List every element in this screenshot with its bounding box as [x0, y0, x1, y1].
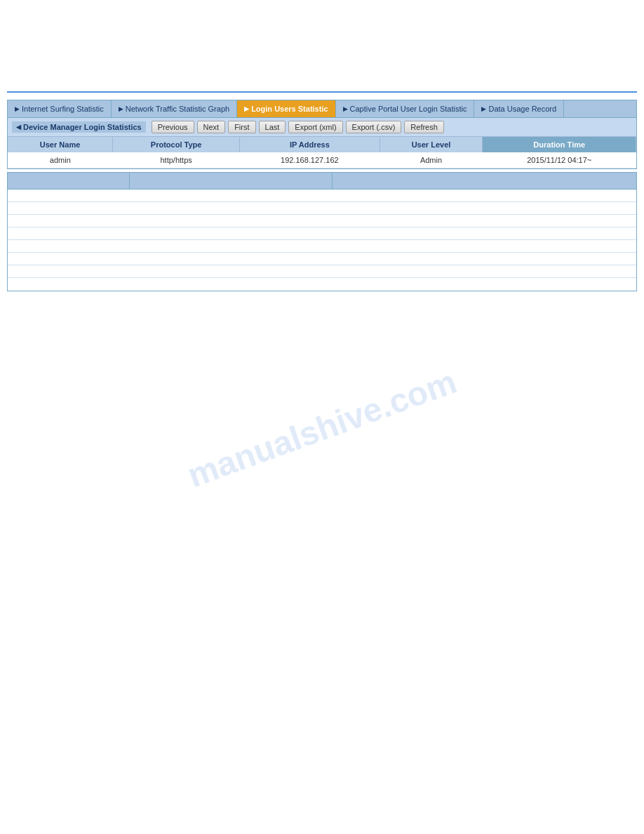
tab-bar: Internet Surfing Statistic Network Traff… [7, 100, 637, 118]
col-ip-address: IP Address [240, 137, 380, 152]
tab-login-users[interactable]: Login Users Statistic [237, 100, 335, 117]
tab-data-usage-label: Data Usage Record [488, 105, 556, 113]
watermark: manualshive.com [182, 362, 461, 495]
tab-network-traffic-label: Network Traffic Statistic Graph [126, 105, 229, 113]
lower-header-col-1 [8, 173, 130, 189]
login-statistics-table: User Name Protocol Type IP Address User … [8, 137, 636, 168]
inner-panel: Device Manager Login Statistics Previous… [7, 118, 637, 169]
cell-user-name: admin [8, 152, 113, 168]
tab-captive-portal-label: Captive Portal User Login Statistic [350, 105, 467, 113]
lower-row-7 [8, 265, 636, 278]
top-border [7, 91, 637, 93]
previous-button[interactable]: Previous [152, 121, 194, 133]
sub-header-title: Device Manager Login Statistics [12, 121, 146, 133]
tab-network-traffic[interactable]: Network Traffic Statistic Graph [112, 100, 237, 117]
tab-internet-surfing-label: Internet Surfing Statistic [22, 105, 104, 113]
tab-captive-portal[interactable]: Captive Portal User Login Statistic [336, 100, 475, 117]
col-duration-time: Duration Time [483, 137, 636, 152]
lower-row-5 [8, 240, 636, 253]
cell-protocol-type: http/https [113, 152, 240, 168]
lower-header-col-3 [333, 173, 636, 189]
col-user-name: User Name [8, 137, 113, 152]
tab-data-usage[interactable]: Data Usage Record [474, 100, 564, 117]
cell-duration-time: 2015/11/12 04:17~ [483, 152, 636, 168]
lower-panel [7, 172, 637, 291]
cell-ip-address: 192.168.127.162 [240, 152, 380, 168]
lower-row-4 [8, 227, 636, 240]
lower-row-3 [8, 215, 636, 227]
tab-internet-surfing[interactable]: Internet Surfing Statistic [8, 100, 112, 117]
lower-row-1 [8, 190, 636, 202]
lower-row-6 [8, 253, 636, 265]
export-csv-button[interactable]: Export (.csv) [346, 121, 402, 133]
sub-header: Device Manager Login Statistics Previous… [8, 118, 636, 137]
lower-header [8, 173, 636, 190]
lower-row-2 [8, 202, 636, 215]
last-button[interactable]: Last [259, 121, 286, 133]
refresh-button[interactable]: Refresh [404, 121, 444, 133]
table-row: admin http/https 192.168.127.162 Admin 2… [8, 152, 636, 168]
col-user-level: User Level [380, 137, 483, 152]
cell-user-level: Admin [380, 152, 483, 168]
main-container: Internet Surfing Statistic Network Traff… [7, 100, 637, 291]
next-button[interactable]: Next [197, 121, 226, 133]
lower-row-8 [8, 278, 636, 291]
col-protocol-type: Protocol Type [113, 137, 240, 152]
tab-login-users-label: Login Users Statistic [251, 105, 328, 113]
export-xml-button[interactable]: Export (xml) [288, 121, 342, 133]
lower-header-col-2 [130, 173, 333, 189]
first-button[interactable]: First [228, 121, 255, 133]
